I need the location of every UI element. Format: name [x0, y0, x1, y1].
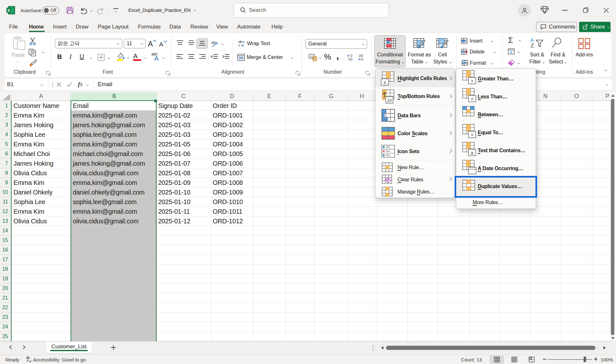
- svg-text:.00: .00: [347, 57, 352, 61]
- svg-text:A: A: [154, 55, 159, 61]
- svg-text:X: X: [7, 8, 10, 13]
- svg-text:ab: ab: [211, 40, 216, 45]
- svg-text:c: c: [238, 43, 240, 47]
- svg-text:Z: Z: [531, 43, 534, 48]
- svg-text:0: 0: [361, 57, 363, 61]
